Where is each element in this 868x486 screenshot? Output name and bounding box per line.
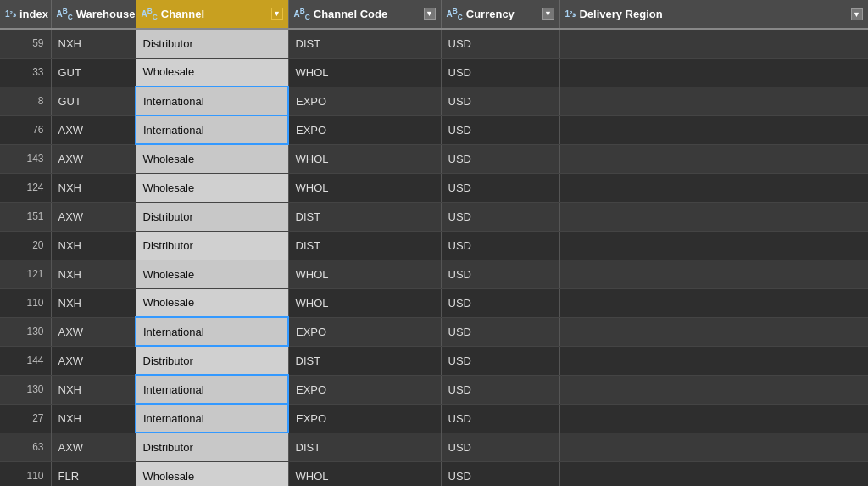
filter-btn-cur[interactable]: ▼ xyxy=(542,8,554,20)
col-label-delivery-region: Delivery Region xyxy=(579,8,662,20)
filter-btn-dr[interactable]: ▼ xyxy=(851,8,863,20)
num-icon: 1²₃ xyxy=(5,9,16,19)
filter-btn-cc[interactable]: ▼ xyxy=(424,8,436,20)
col-header-delivery-region[interactable]: 1²₃ Delivery Region ▼ xyxy=(559,0,868,29)
col-header-index[interactable]: 1²₃ index ▼ xyxy=(0,0,51,29)
col-header-channel-code[interactable]: ABC Channel Code ▼ xyxy=(288,0,441,29)
table-row: 144AXWDistributorDISTUSD xyxy=(0,346,868,375)
cell-delivery-region xyxy=(559,58,868,87)
col-label-channel-code: Channel Code xyxy=(314,8,387,20)
cell-index: 8 xyxy=(0,87,51,115)
num-icon-dr: 1²₃ xyxy=(565,9,576,19)
cell-index: 130 xyxy=(0,375,51,404)
cell-delivery-region xyxy=(559,115,868,144)
cell-warehouse: FLR xyxy=(51,461,136,486)
cell-delivery-region xyxy=(559,87,868,115)
table-row: 27NXHInternationalEXPOUSD xyxy=(0,404,868,433)
cell-warehouse: AXW xyxy=(51,317,136,346)
cell-index: 76 xyxy=(0,115,51,144)
cell-currency: USD xyxy=(441,433,559,461)
cell-channel: Wholesale xyxy=(136,58,288,87)
cell-warehouse: NXH xyxy=(51,288,136,317)
cell-delivery-region xyxy=(559,461,868,486)
table-row: 8GUTInternationalEXPOUSD xyxy=(0,87,868,115)
cell-delivery-region xyxy=(559,346,868,375)
cell-warehouse: AXW xyxy=(51,346,136,375)
cell-currency: USD xyxy=(441,231,559,260)
cell-warehouse: GUT xyxy=(51,87,136,115)
col-header-warehouse[interactable]: ABC Warehouse ▼ xyxy=(51,0,136,29)
cell-index: 151 xyxy=(0,202,51,231)
cell-channel: Distributor xyxy=(136,29,288,58)
cell-channel: Distributor xyxy=(136,231,288,260)
table-row: 59NXHDistributorDISTUSD xyxy=(0,29,868,58)
col-header-channel[interactable]: ABC Channel ▼ xyxy=(136,0,288,29)
cell-currency: USD xyxy=(441,317,559,346)
cell-warehouse: NXH xyxy=(51,260,136,288)
cell-channel: Distributor xyxy=(136,433,288,461)
cell-delivery-region xyxy=(559,29,868,58)
cell-channel-code: DIST xyxy=(288,202,441,231)
table-row: 121NXHWholesaleWHOLUSD xyxy=(0,260,868,288)
table-row: 63AXWDistributorDISTUSD xyxy=(0,433,868,461)
col-header-currency[interactable]: ABC Currency ▼ xyxy=(441,0,559,29)
filter-btn-ch[interactable]: ▼ xyxy=(271,8,283,20)
cell-channel: International xyxy=(136,375,288,404)
cell-warehouse: NXH xyxy=(51,404,136,433)
cell-index: 59 xyxy=(0,29,51,58)
cell-delivery-region xyxy=(559,433,868,461)
cell-currency: USD xyxy=(441,87,559,115)
table-row: 110FLRWholesaleWHOLUSD xyxy=(0,461,868,486)
cell-delivery-region xyxy=(559,375,868,404)
cell-channel: Wholesale xyxy=(136,461,288,486)
cell-channel-code: WHOL xyxy=(288,288,441,317)
cell-channel-code: WHOL xyxy=(288,173,441,202)
cell-currency: USD xyxy=(441,461,559,486)
col-label-currency: Currency xyxy=(466,8,515,20)
cell-channel-code: EXPO xyxy=(288,317,441,346)
cell-warehouse: AXW xyxy=(51,115,136,144)
cell-currency: USD xyxy=(441,375,559,404)
cell-warehouse: AXW xyxy=(51,202,136,231)
cell-index: 63 xyxy=(0,433,51,461)
cell-warehouse: AXW xyxy=(51,144,136,173)
data-table: 1²₃ index ▼ ABC Warehouse ▼ ABC Chan xyxy=(0,0,868,486)
cell-delivery-region xyxy=(559,144,868,173)
cell-warehouse: NXH xyxy=(51,375,136,404)
table-row: 151AXWDistributorDISTUSD xyxy=(0,202,868,231)
cell-warehouse: NXH xyxy=(51,173,136,202)
cell-index: 121 xyxy=(0,260,51,288)
cell-channel-code: WHOL xyxy=(288,260,441,288)
abc-icon-cc: ABC xyxy=(294,7,310,21)
cell-channel-code: DIST xyxy=(288,29,441,58)
cell-channel-code: EXPO xyxy=(288,115,441,144)
cell-channel: Wholesale xyxy=(136,288,288,317)
cell-channel-code: EXPO xyxy=(288,87,441,115)
cell-delivery-region xyxy=(559,260,868,288)
col-label-warehouse: Warehouse xyxy=(76,8,136,20)
table-row: 33GUTWholesaleWHOLUSD xyxy=(0,58,868,87)
cell-channel: International xyxy=(136,115,288,144)
cell-index: 144 xyxy=(0,346,51,375)
abc-icon-ch: ABC xyxy=(142,7,158,21)
cell-channel: Distributor xyxy=(136,346,288,375)
cell-channel: International xyxy=(136,87,288,115)
col-label-index: index xyxy=(19,8,48,20)
header-row: 1²₃ index ▼ ABC Warehouse ▼ ABC Chan xyxy=(0,0,868,29)
cell-index: 110 xyxy=(0,461,51,486)
cell-channel: International xyxy=(136,404,288,433)
table-row: 76AXWInternationalEXPOUSD xyxy=(0,115,868,144)
cell-index: 143 xyxy=(0,144,51,173)
cell-currency: USD xyxy=(441,115,559,144)
table-row: 130AXWInternationalEXPOUSD xyxy=(0,317,868,346)
table-body: 59NXHDistributorDISTUSD33GUTWholesaleWHO… xyxy=(0,29,868,486)
cell-delivery-region xyxy=(559,404,868,433)
cell-currency: USD xyxy=(441,404,559,433)
cell-delivery-region xyxy=(559,288,868,317)
cell-currency: USD xyxy=(441,29,559,58)
cell-channel-code: EXPO xyxy=(288,375,441,404)
cell-channel: Distributor xyxy=(136,202,288,231)
cell-channel: International xyxy=(136,317,288,346)
main-table-container: 1²₃ index ▼ ABC Warehouse ▼ ABC Chan xyxy=(0,0,868,486)
cell-currency: USD xyxy=(441,288,559,317)
